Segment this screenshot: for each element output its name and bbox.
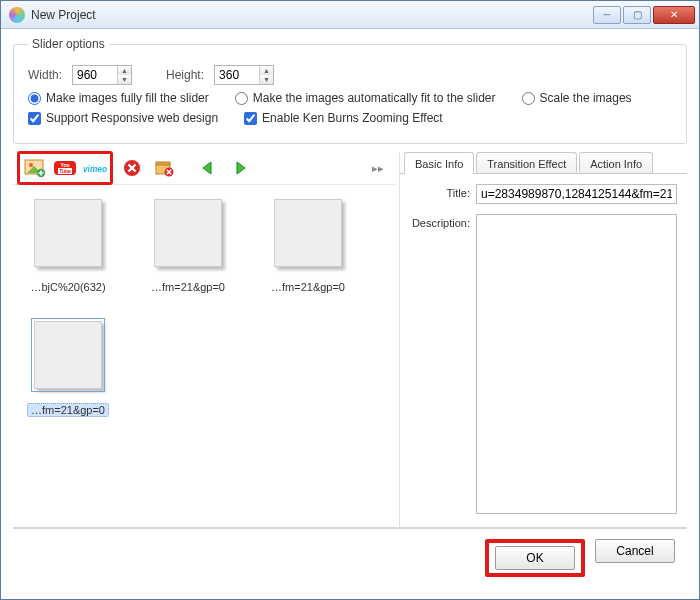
mid-area: You Tube vimeo [13, 152, 687, 527]
thumbnail-image[interactable] [154, 199, 222, 267]
delete-all-icon [153, 158, 175, 178]
svg-point-1 [29, 163, 33, 167]
radio-fit-input[interactable] [235, 92, 248, 105]
height-down-icon[interactable]: ▼ [260, 75, 273, 84]
check-kenburns-input[interactable] [244, 112, 257, 125]
desc-label: Description: [408, 214, 470, 229]
add-media-group-highlight: You Tube vimeo [17, 151, 113, 185]
svg-rect-11 [156, 162, 170, 165]
thumbnail[interactable]: fm=21&gp=0 [265, 199, 351, 293]
right-pane: Basic Info Transition Effect Action Info… [399, 152, 687, 527]
arrow-right-icon [230, 158, 250, 178]
width-up-icon[interactable]: ▲ [118, 66, 131, 75]
tab-basic-info[interactable]: Basic Info [404, 152, 474, 174]
titlebar: New Project ─ ▢ ✕ [1, 1, 699, 29]
next-button[interactable] [227, 155, 253, 181]
delete-button[interactable] [119, 155, 145, 181]
check-kenburns-label: Enable Ken Burns Zooming Effect [262, 111, 443, 125]
ok-button[interactable]: OK [495, 546, 575, 570]
app-icon [9, 7, 25, 23]
width-stepper[interactable]: ▲▼ [72, 65, 132, 85]
left-pane: You Tube vimeo [13, 152, 395, 527]
desc-field-row: Description: [408, 214, 677, 517]
minimize-button[interactable]: ─ [593, 6, 621, 24]
thumbnail-image[interactable] [34, 199, 102, 267]
expand-icon: ▸▸ [372, 162, 384, 175]
dialog-window: New Project ─ ▢ ✕ Slider options Width: … [0, 0, 700, 600]
image-toolbar: You Tube vimeo [13, 152, 395, 184]
height-label: Height: [166, 68, 204, 82]
thumbnail-caption: fm=21&gp=0 [271, 281, 345, 293]
thumbnail-image[interactable] [34, 321, 102, 389]
delete-all-button[interactable] [151, 155, 177, 181]
thumbnail-caption: fm=21&gp=0 [27, 403, 109, 417]
thumbnail[interactable]: bjC%20(632) [25, 199, 111, 293]
dimensions-row: Width: ▲▼ Height: ▲▼ [28, 65, 672, 85]
radio-fit[interactable]: Make the images automatically fit to the… [235, 91, 496, 105]
radio-scale-input[interactable] [522, 92, 535, 105]
add-image-button[interactable] [22, 155, 48, 181]
thumbnail-caption: fm=21&gp=0 [151, 281, 225, 293]
radio-scale[interactable]: Scale the images [522, 91, 632, 105]
radio-fit-label: Make the images automatically fit to the… [253, 91, 496, 105]
thumbnail-image[interactable] [274, 199, 342, 267]
thumbnail[interactable]: fm=21&gp=0 [145, 199, 231, 293]
description-textarea[interactable] [476, 214, 677, 514]
footer: OK Cancel [13, 527, 687, 587]
radio-fill[interactable]: Make images fully fill the slider [28, 91, 209, 105]
thumbnail-caption: bjC%20(632) [30, 281, 105, 293]
arrow-left-icon [198, 158, 218, 178]
delete-icon [122, 158, 142, 178]
title-label: Title: [408, 184, 470, 199]
svg-text:vimeo: vimeo [83, 164, 107, 174]
add-vimeo-button[interactable]: vimeo [82, 155, 108, 181]
tab-strip: Basic Info Transition Effect Action Info [400, 152, 687, 174]
youtube-icon: You Tube [53, 158, 77, 178]
fill-mode-row: Make images fully fill the slider Make t… [28, 91, 672, 105]
add-image-icon [24, 158, 46, 178]
client-area: Slider options Width: ▲▼ Height: ▲▼ Make… [1, 29, 699, 599]
check-responsive[interactable]: Support Responsive web design [28, 111, 218, 125]
width-label: Width: [28, 68, 62, 82]
height-up-icon[interactable]: ▲ [260, 66, 273, 75]
slider-options-group: Slider options Width: ▲▼ Height: ▲▼ Make… [13, 37, 687, 144]
toolbar-expand-button[interactable]: ▸▸ [365, 155, 391, 181]
cancel-button[interactable]: Cancel [595, 539, 675, 563]
check-kenburns[interactable]: Enable Ken Burns Zooming Effect [244, 111, 443, 125]
svg-text:Tube: Tube [59, 168, 71, 174]
svg-marker-13 [203, 162, 211, 174]
prev-button[interactable] [195, 155, 221, 181]
thumbnail-area[interactable]: bjC%20(632)fm=21&gp=0fm=21&gp=0fm=21&gp=… [13, 184, 395, 527]
thumbnail[interactable]: fm=21&gp=0 [25, 321, 111, 417]
radio-fill-label: Make images fully fill the slider [46, 91, 209, 105]
tab-transition[interactable]: Transition Effect [476, 152, 577, 174]
radio-fill-input[interactable] [28, 92, 41, 105]
vimeo-icon: vimeo [83, 158, 107, 178]
maximize-button[interactable]: ▢ [623, 6, 651, 24]
window-title: New Project [31, 8, 593, 22]
close-button[interactable]: ✕ [653, 6, 695, 24]
radio-scale-label: Scale the images [540, 91, 632, 105]
check-responsive-input[interactable] [28, 112, 41, 125]
add-youtube-button[interactable]: You Tube [52, 155, 78, 181]
width-input[interactable] [73, 66, 117, 84]
options-row: Support Responsive web design Enable Ken… [28, 111, 672, 125]
svg-marker-14 [237, 162, 245, 174]
title-field-row: Title: [408, 184, 677, 204]
title-input[interactable] [476, 184, 677, 204]
window-controls: ─ ▢ ✕ [593, 6, 695, 24]
height-stepper[interactable]: ▲▼ [214, 65, 274, 85]
slider-options-legend: Slider options [28, 37, 109, 51]
width-down-icon[interactable]: ▼ [118, 75, 131, 84]
check-responsive-label: Support Responsive web design [46, 111, 218, 125]
height-input[interactable] [215, 66, 259, 84]
tab-action-info[interactable]: Action Info [579, 152, 653, 174]
ok-button-highlight: OK [485, 539, 585, 577]
tab-body: Title: Description: [400, 173, 687, 527]
